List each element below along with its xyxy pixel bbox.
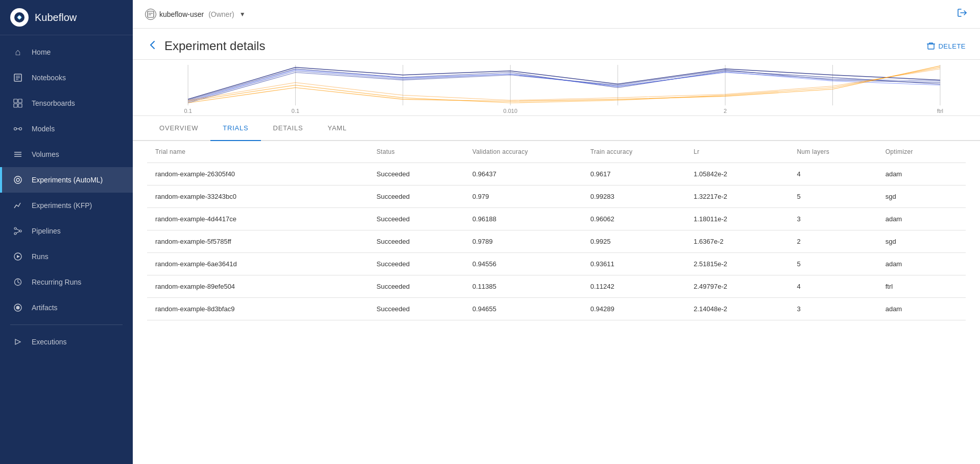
- cell-num-layers: 5: [788, 253, 877, 275]
- delete-button[interactable]: DELETE: [927, 42, 966, 50]
- sidebar-item-home[interactable]: ⌂ Home: [0, 39, 133, 65]
- cell-lr: 1.05842e-2: [685, 163, 788, 185]
- tab-details[interactable]: DETAILS: [261, 116, 316, 141]
- cell-num-layers: 4: [788, 275, 877, 298]
- sidebar-logo: Kubeflow: [0, 0, 133, 35]
- cell-trial-name: random-example-4d4417ce: [147, 208, 368, 230]
- cell-status: Succeeded: [368, 230, 464, 253]
- cell-optimizer: ftrl: [877, 275, 966, 298]
- svg-text:2: 2: [724, 108, 727, 114]
- cell-val-acc: 0.96188: [464, 208, 582, 230]
- table-row[interactable]: random-example-89efe504 Succeeded 0.1138…: [147, 275, 966, 298]
- svg-point-16: [14, 176, 21, 183]
- table-row[interactable]: random-example-6ae3641d Succeeded 0.9455…: [147, 253, 966, 275]
- tab-overview[interactable]: OVERVIEW: [147, 116, 210, 141]
- tab-yaml[interactable]: YAML: [315, 116, 359, 141]
- cell-status: Succeeded: [368, 208, 464, 230]
- svg-point-19: [19, 230, 21, 232]
- sidebar-item-volumes-label: Volumes: [32, 150, 59, 158]
- logout-button[interactable]: [957, 7, 968, 21]
- sidebar-item-tensorboards[interactable]: Tensorboards: [0, 90, 133, 116]
- page-content: Experiment details DELETE 0.1 0.: [133, 29, 980, 464]
- cell-trial-name: random-example-89efe504: [147, 275, 368, 298]
- th-train-accuracy: Train accuracy: [582, 141, 685, 163]
- sidebar-item-models[interactable]: Models: [0, 116, 133, 142]
- home-icon: ⌂: [12, 47, 23, 58]
- sidebar-item-artifacts[interactable]: Artifacts: [0, 295, 133, 320]
- experiments-automl-icon: [12, 174, 23, 185]
- cell-lr: 1.18011e-2: [685, 208, 788, 230]
- cell-optimizer: adam: [877, 253, 966, 275]
- svg-text:0.010: 0.010: [504, 108, 518, 114]
- main-content: kubeflow-user (Owner) ▼ Experiment detai…: [133, 0, 980, 464]
- sidebar-item-experiments-automl-label: Experiments (AutoML): [32, 176, 103, 184]
- th-validation-accuracy: Validation accuracy: [464, 141, 582, 163]
- sidebar-item-tensorboards-label: Tensorboards: [32, 99, 75, 107]
- sidebar-item-experiments-kfp[interactable]: Experiments (KFP): [0, 193, 133, 218]
- sidebar-item-volumes[interactable]: Volumes: [0, 142, 133, 167]
- cell-status: Succeeded: [368, 275, 464, 298]
- table-body: random-example-26305f40 Succeeded 0.9643…: [147, 163, 966, 320]
- cell-train-acc: 0.9617: [582, 163, 685, 185]
- sidebar-item-experiments-kfp-label: Experiments (KFP): [32, 201, 92, 210]
- svg-line-21: [16, 229, 19, 230]
- sidebar-nav: ⌂ Home Notebooks Tensorboards Models V: [0, 35, 133, 464]
- cell-num-layers: 2: [788, 230, 877, 253]
- cell-status: Succeeded: [368, 298, 464, 320]
- sidebar-item-home-label: Home: [32, 48, 51, 56]
- cell-trial-name: random-example-5f5785ff: [147, 230, 368, 253]
- sidebar-item-executions[interactable]: Executions: [0, 329, 133, 355]
- cell-lr: 1.6367e-2: [685, 230, 788, 253]
- topbar-role: (Owner): [208, 10, 234, 18]
- notebooks-icon: [12, 72, 23, 83]
- svg-point-17: [16, 178, 19, 181]
- cell-trial-name: random-example-33243bc0: [147, 185, 368, 208]
- cell-lr: 2.51815e-2: [685, 253, 788, 275]
- topbar-left: kubeflow-user (Owner) ▼: [145, 9, 246, 20]
- table-row[interactable]: random-example-4d4417ce Succeeded 0.9618…: [147, 208, 966, 230]
- svg-text:0.1: 0.1: [292, 108, 299, 114]
- cell-num-layers: 3: [788, 298, 877, 320]
- table-row[interactable]: random-example-5f5785ff Succeeded 0.9789…: [147, 230, 966, 253]
- sidebar-item-pipelines[interactable]: Pipelines: [0, 218, 133, 244]
- tab-trials[interactable]: TRIALS: [210, 116, 260, 141]
- cell-trial-name: random-example-6ae3641d: [147, 253, 368, 275]
- cell-lr: 2.49797e-2: [685, 275, 788, 298]
- user-icon: [145, 9, 156, 20]
- svg-point-11: [19, 128, 22, 130]
- topbar-username: kubeflow-user: [159, 10, 204, 18]
- sidebar-item-experiments-automl[interactable]: Experiments (AutoML): [0, 167, 133, 193]
- volumes-icon: [12, 149, 23, 160]
- cell-optimizer: sgd: [877, 185, 966, 208]
- sidebar-item-recurring-runs[interactable]: Recurring Runs: [0, 269, 133, 295]
- page-title-row: Experiment details: [147, 39, 265, 53]
- trials-table: Trial name Status Validation accuracy Tr…: [147, 141, 966, 320]
- table-row[interactable]: random-example-26305f40 Succeeded 0.9643…: [147, 163, 966, 185]
- kubeflow-logo-icon: [10, 8, 29, 27]
- svg-rect-6: [14, 99, 17, 103]
- cell-train-acc: 0.96062: [582, 208, 685, 230]
- cell-optimizer: adam: [877, 208, 966, 230]
- sidebar-item-notebooks[interactable]: Notebooks: [0, 65, 133, 90]
- cell-trial-name: random-example-26305f40: [147, 163, 368, 185]
- delete-label: DELETE: [938, 42, 966, 50]
- table-row[interactable]: random-example-8d3bfac9 Succeeded 0.9465…: [147, 298, 966, 320]
- cell-val-acc: 0.11385: [464, 275, 582, 298]
- cell-optimizer: adam: [877, 298, 966, 320]
- sidebar-item-pipelines-label: Pipelines: [32, 227, 61, 235]
- topbar-user-selector[interactable]: kubeflow-user (Owner) ▼: [145, 9, 246, 20]
- back-button[interactable]: [147, 39, 158, 53]
- table-row[interactable]: random-example-33243bc0 Succeeded 0.979 …: [147, 185, 966, 208]
- svg-rect-29: [148, 11, 154, 17]
- th-num-layers: Num layers: [788, 141, 877, 163]
- sidebar-item-notebooks-label: Notebooks: [32, 74, 66, 82]
- cell-num-layers: 4: [788, 163, 877, 185]
- svg-line-22: [16, 231, 19, 233]
- recurring-runs-icon: [12, 276, 23, 288]
- sidebar-item-runs[interactable]: Runs: [0, 244, 133, 269]
- svg-point-10: [14, 128, 17, 130]
- cell-val-acc: 0.979: [464, 185, 582, 208]
- sidebar: Kubeflow ⌂ Home Notebooks Tensorboards M…: [0, 0, 133, 464]
- cell-optimizer: adam: [877, 163, 966, 185]
- cell-train-acc: 0.11242: [582, 275, 685, 298]
